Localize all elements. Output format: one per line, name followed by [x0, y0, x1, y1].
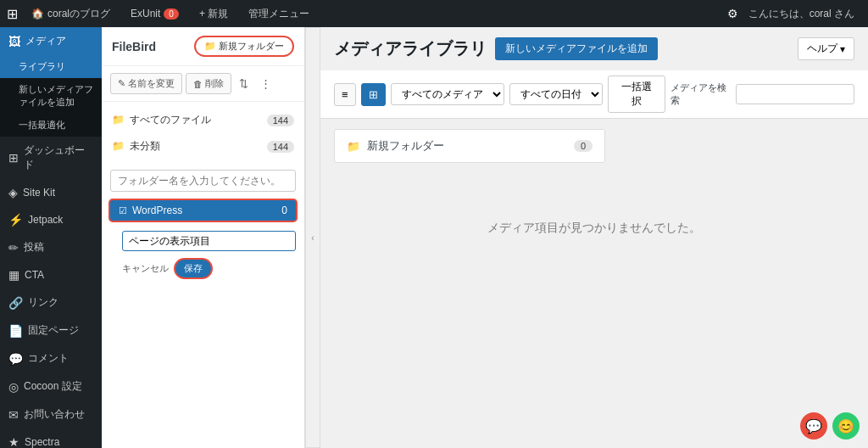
sitekit-icon: ◈ [8, 186, 18, 199]
uncategorized-folder[interactable]: 📁未分類 144 [102, 133, 304, 160]
date-filter[interactable]: すべての日付 [509, 83, 603, 105]
filebird-header: FileBird 📁 新規フォルダー [102, 27, 304, 66]
new-folder-media-item[interactable]: 📁 新規フォルダー 0 [334, 129, 605, 163]
gear-icon[interactable]: ⚙ [727, 7, 738, 20]
sidebar-item-links[interactable]: 🔗 リンク [0, 288, 102, 316]
admin-bar: ⊞ 🏠 coralのブログ ExUnit 0 + 新規 管理メニュー ⚙ こんに… [0, 0, 868, 27]
folder-icon-main: 📁 [347, 140, 360, 153]
folder-list: 📁すべてのファイル 144 📁未分類 144 [102, 102, 304, 165]
sidebar-item-add-media[interactable]: 新しいメディアファイルを追加 [0, 78, 102, 114]
media-header: メディアライブラリ 新しいメディアファイルを追加 ヘルプ ▾ [320, 27, 868, 70]
chat-icons: 💬 😊 [800, 412, 860, 440]
cancel-rename-button[interactable]: キャンセル [122, 262, 169, 275]
grid-view-button[interactable]: ⊞ [361, 83, 386, 106]
sort-icon[interactable]: ⇅ [235, 74, 253, 93]
folder-icon-uncategorized: 📁 [112, 140, 125, 152]
page-title: メディアライブラリ [334, 37, 487, 60]
trash-icon: 🗑 [193, 79, 203, 89]
empty-message: メディア項目が見つかりませんでした。 [334, 170, 854, 287]
wordpress-folder-count: 0 [281, 204, 287, 216]
media-toolbar: ≡ ⊞ すべてのメディア すべての日付 一括選択 メディアを検索 [320, 70, 868, 119]
all-files-folder[interactable]: 📁すべてのファイル 144 [102, 107, 304, 133]
sidebar-item-posts[interactable]: ✏ 投稿 [0, 233, 102, 261]
exunit-item[interactable]: ExUnit 0 [124, 0, 186, 27]
folder-name: 📁 新規フォルダー [347, 138, 444, 154]
links-icon: 🔗 [8, 296, 23, 310]
sidebar-item-cocoon[interactable]: ◎ Cocoon 設定 [0, 372, 102, 400]
comments-icon: 💬 [8, 352, 23, 366]
sidebar-item-spectra[interactable]: ★ Spectra [0, 428, 102, 448]
dashboard-icon: ⊞ [8, 151, 19, 165]
folder-icon: 📁 [112, 114, 125, 126]
media-search-input[interactable] [736, 84, 854, 104]
help-button[interactable]: ヘルプ ▾ [798, 37, 854, 60]
emoji-button[interactable]: 😊 [832, 412, 860, 440]
folder-input-row [102, 165, 304, 197]
media-icon: 🖼 [8, 35, 20, 48]
wordpress-folder-label: WordPress [132, 204, 182, 216]
sidebar-item-sitekit[interactable]: ◈ Site Kit [0, 179, 102, 206]
sidebar-item-bulk-optimize[interactable]: 一括最適化 [0, 114, 102, 137]
site-name[interactable]: 🏠 coralのブログ [25, 0, 117, 27]
save-rename-button[interactable]: 保存 [174, 258, 213, 279]
folder-name-input[interactable] [110, 170, 296, 192]
sidebar-item-comments[interactable]: 💬 コメント [0, 344, 102, 372]
folder-plus-icon: 📁 [204, 41, 216, 52]
sidebar-item-cta[interactable]: ▦ CTA [0, 261, 102, 288]
checkbox-icon: ☑ [119, 205, 127, 216]
wordpress-folder[interactable]: ☑ WordPress 0 [108, 199, 298, 222]
rename-actions: キャンセル 保存 [102, 255, 304, 283]
pages-icon: 📄 [8, 324, 23, 338]
media-type-filter[interactable]: すべてのメディア [391, 83, 504, 105]
list-view-button[interactable]: ≡ [334, 83, 356, 106]
sidebar-label-media: メディア [25, 34, 66, 48]
admin-menu-item[interactable]: 管理メニュー [242, 0, 316, 27]
sidebar-item-contact[interactable]: ✉ お問い合わせ [0, 400, 102, 428]
bulk-select-button[interactable]: 一括選択 [608, 76, 666, 113]
filebird-toolbar: ✎ 名前を変更 🗑 削除 ⇅ ⋮ [102, 66, 304, 102]
more-icon[interactable]: ⋮ [256, 74, 275, 93]
new-item[interactable]: + 新規 [192, 0, 235, 27]
sidebar-item-library[interactable]: ライブラリ [0, 55, 102, 78]
sidebar-item-media[interactable]: 🖼 メディア [0, 27, 102, 55]
rename-row [102, 227, 304, 255]
rename-button[interactable]: ✎ 名前を変更 [110, 73, 182, 94]
sidebar-collapse-button[interactable]: ‹ [305, 27, 320, 448]
wp-logo[interactable]: ⊞ [7, 6, 18, 22]
chevron-down-icon: ▾ [840, 43, 845, 55]
site-home-icon: 🏠 [31, 8, 44, 20]
jetpack-icon: ⚡ [8, 213, 23, 227]
contact-icon: ✉ [8, 408, 19, 422]
add-media-button[interactable]: 新しいメディアファイルを追加 [495, 37, 658, 60]
filebird-sidebar: FileBird 📁 新規フォルダー ✎ 名前を変更 🗑 削除 ⇅ ⋮ [102, 27, 305, 448]
filebird-title: FileBird [112, 40, 156, 53]
rename-icon: ✎ [118, 78, 125, 89]
admin-sidebar: 🖼 メディア ライブラリ 新しいメディアファイルを追加 一括最適化 ⊞ ダッシュ… [0, 27, 102, 448]
user-greeting[interactable]: こんにちは、coral さん [742, 7, 861, 21]
sidebar-item-dashboard[interactable]: ⊞ ダッシュボード [0, 137, 102, 179]
media-submenu: ライブラリ 新しいメディアファイルを追加 一括最適化 [0, 55, 102, 137]
spectra-icon: ★ [8, 435, 19, 448]
chat-button[interactable]: 💬 [800, 412, 827, 440]
wordpress-folder-row: ☑ WordPress 0 [102, 197, 304, 224]
new-folder-button[interactable]: 📁 新規フォルダー [194, 36, 294, 57]
search-label: メディアを検索 [670, 81, 731, 107]
sidebar-item-jetpack[interactable]: ⚡ Jetpack [0, 206, 102, 233]
cta-icon: ▦ [8, 268, 19, 282]
sidebar-item-pages[interactable]: 📄 固定ページ [0, 316, 102, 344]
delete-button[interactable]: 🗑 削除 [186, 73, 231, 94]
media-content: 📁 新規フォルダー 0 メディア項目が見つかりませんでした。 [320, 119, 868, 448]
media-main: メディアライブラリ 新しいメディアファイルを追加 ヘルプ ▾ ≡ ⊞ すべてのメ… [320, 27, 868, 448]
posts-icon: ✏ [8, 241, 19, 255]
cocoon-icon: ◎ [8, 380, 19, 394]
rename-input[interactable] [122, 231, 296, 251]
